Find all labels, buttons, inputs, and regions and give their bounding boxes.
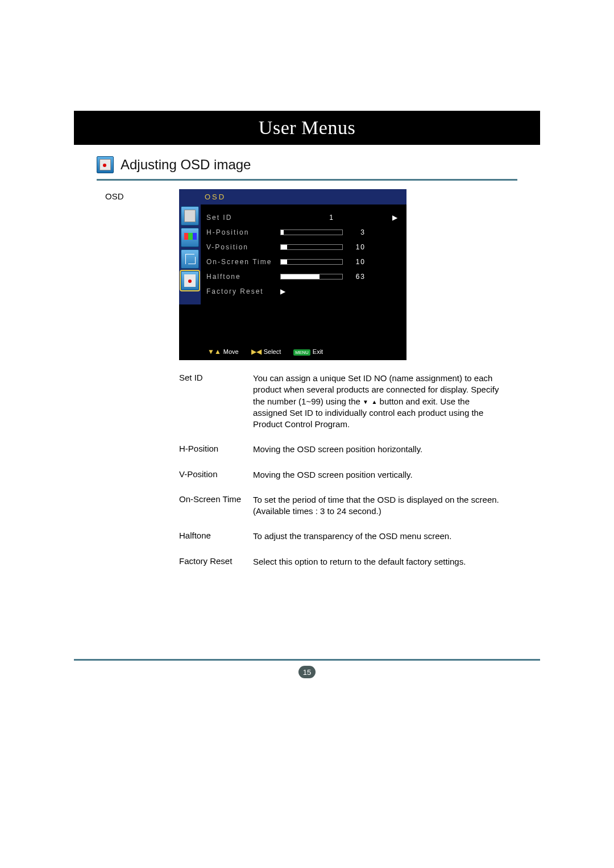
on-screen-time-label: On-Screen Time <box>206 258 280 266</box>
halftone-value: 63 <box>349 273 366 281</box>
v-position-slider[interactable] <box>280 244 343 250</box>
desc-text: Moving the OSD screen position verticall… <box>253 469 540 481</box>
page-header-title: User Menus <box>259 117 355 139</box>
osd-sidebar <box>179 205 201 304</box>
desc-label: Set ID <box>179 373 253 430</box>
desc-text: Select this option to return to the defa… <box>253 556 540 567</box>
osd-row-v-position[interactable]: V-Position 10 <box>206 240 399 254</box>
divider <box>97 179 517 181</box>
osd-row-factory-reset[interactable]: Factory Reset ▶ <box>206 284 399 299</box>
descriptions: Set ID You can assign a unique Set ID NO… <box>179 373 540 567</box>
footer-select: ▶◀Select <box>251 348 281 356</box>
desc-label: Halftone <box>179 531 253 542</box>
halftone-label: Halftone <box>206 273 280 281</box>
v-position-label: V-Position <box>206 243 280 251</box>
page-number: 15 <box>298 666 316 678</box>
desc-text: You can assign a unique Set ID NO (name … <box>253 373 540 430</box>
osd-row-halftone[interactable]: Halftone 63 <box>206 269 399 284</box>
up-down-icon: ▼▲ <box>208 348 221 356</box>
screen-tab-icon[interactable] <box>181 249 199 269</box>
picture-tab-icon[interactable] <box>181 206 199 226</box>
down-up-button-icon: ▼ ▲ <box>363 398 377 406</box>
desc-text: Moving the OSD screen position horizonta… <box>253 444 540 455</box>
osd-row-on-screen-time[interactable]: On-Screen Time 10 <box>206 254 399 269</box>
desc-label: On-Screen Time <box>179 494 253 518</box>
desc-text: To set the period of time that the OSD i… <box>253 494 540 518</box>
arrow-right-icon[interactable]: ▶ <box>280 287 287 295</box>
h-position-value: 3 <box>349 228 366 236</box>
desc-label: Factory Reset <box>179 556 253 567</box>
footer-move: ▼▲Move <box>208 348 239 356</box>
osd-panel-title: OSD <box>179 189 406 205</box>
factory-reset-label: Factory Reset <box>206 287 280 295</box>
h-position-slider[interactable] <box>280 229 343 235</box>
on-screen-time-slider[interactable] <box>280 259 343 265</box>
desc-label: V-Position <box>179 469 253 481</box>
h-position-label: H-Position <box>206 228 280 236</box>
left-right-icon: ▶◀ <box>251 348 262 356</box>
desc-row-on-screen-time: On-Screen Time To set the period of time… <box>179 494 540 518</box>
footer-exit: MENUExit <box>293 348 323 355</box>
menu-button-icon: MENU <box>293 349 310 356</box>
v-position-value: 10 <box>349 243 366 251</box>
set-id-value: 1 <box>280 214 383 222</box>
osd-row-h-position[interactable]: H-Position 3 <box>206 225 399 240</box>
on-screen-time-value: 10 <box>349 258 366 266</box>
section-title: Adjusting OSD image <box>121 157 251 173</box>
desc-row-factory-reset: Factory Reset Select this option to retu… <box>179 556 540 567</box>
desc-text: To adjust the transparency of the OSD me… <box>253 531 540 542</box>
bottom-divider <box>74 659 540 661</box>
desc-row-h-position: H-Position Moving the OSD screen positio… <box>179 444 540 455</box>
desc-row-halftone: Halftone To adjust the transparency of t… <box>179 531 540 542</box>
set-id-label: Set ID <box>206 214 280 222</box>
color-tab-icon[interactable] <box>181 228 199 247</box>
osd-tab-icon[interactable] <box>181 271 199 290</box>
desc-row-set-id: Set ID You can assign a unique Set ID NO… <box>179 373 540 430</box>
osd-panel: OSD Set ID 1 ▶ <box>179 189 406 360</box>
arrow-right-icon[interactable]: ▶ <box>392 214 399 222</box>
halftone-slider[interactable] <box>280 274 343 279</box>
osd-settings-icon <box>97 156 114 173</box>
osd-row-set-id[interactable]: Set ID 1 ▶ <box>206 210 399 225</box>
left-label: OSD <box>105 189 179 581</box>
desc-row-v-position: V-Position Moving the OSD screen positio… <box>179 469 540 481</box>
desc-label: H-Position <box>179 444 253 455</box>
osd-footer: ▼▲Move ▶◀Select MENUExit <box>179 344 406 360</box>
page-header: User Menus <box>74 111 540 145</box>
